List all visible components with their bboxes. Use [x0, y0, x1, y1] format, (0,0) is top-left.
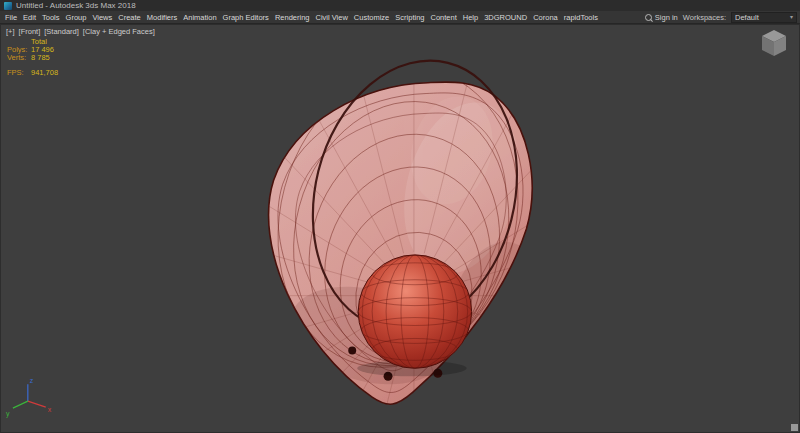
menu-corona[interactable]: Corona	[530, 13, 561, 22]
workspaces-value: Default	[735, 13, 759, 22]
titlebar: Untitled - Autodesk 3ds Max 2018	[0, 0, 800, 11]
stats-verts-label: Verts:	[7, 54, 31, 62]
viewport-label: [+] [Front] [Standard] [Clay + Edged Fac…	[6, 27, 155, 36]
workspaces-select[interactable]: Default ▾	[731, 12, 797, 23]
viewport-canvas[interactable]: z x y	[1, 25, 799, 432]
stats-fps-row: FPS: 941,708	[7, 69, 58, 77]
menu-file[interactable]: File	[2, 13, 20, 22]
viewport-menu-point-of-view[interactable]: [Front]	[19, 27, 41, 36]
sign-in-label: Sign in	[655, 13, 678, 22]
menu-content[interactable]: Content	[427, 13, 459, 22]
viewport[interactable]: z x y [+] [Front] [Standard] [Clay + Edg…	[0, 24, 800, 433]
viewport-menu-shading[interactable]: [Clay + Edged Faces]	[83, 27, 155, 36]
sign-in-button[interactable]: Sign in	[645, 13, 678, 22]
axis-z-label: z	[30, 377, 34, 384]
menubar-right: Sign in Workspaces: Default ▾	[645, 11, 797, 23]
viewport-resize-handle[interactable]	[791, 424, 798, 431]
menu-customize[interactable]: Customize	[351, 13, 392, 22]
window-title: Untitled - Autodesk 3ds Max 2018	[16, 1, 136, 10]
menu-views[interactable]: Views	[89, 13, 115, 22]
menu-animation[interactable]: Animation	[180, 13, 219, 22]
axis-y-label: y	[6, 410, 10, 418]
menu-edit[interactable]: Edit	[20, 13, 39, 22]
menu-3dground[interactable]: 3DGROUND	[481, 13, 530, 22]
menu-help[interactable]: Help	[460, 13, 481, 22]
search-icon	[645, 14, 652, 21]
menu-rendering[interactable]: Rendering	[272, 13, 313, 22]
menu-graph-editors[interactable]: Graph Editors	[220, 13, 272, 22]
menu-group[interactable]: Group	[63, 13, 90, 22]
viewport-menu-general[interactable]: [+]	[6, 27, 15, 36]
workspaces-label: Workspaces:	[683, 13, 726, 22]
menu-tools[interactable]: Tools	[39, 13, 63, 22]
axis-x-label: x	[48, 406, 52, 413]
3dsmax-window: Untitled - Autodesk 3ds Max 2018 File Ed…	[0, 0, 800, 433]
app-icon	[4, 2, 12, 10]
viewcube[interactable]	[762, 30, 786, 56]
stats-verts-value: 8 785	[31, 54, 50, 62]
stats-fps-label: FPS:	[7, 69, 31, 77]
stats-fps-value: 941,708	[31, 69, 58, 77]
menu-civil-view[interactable]: Civil View	[312, 13, 350, 22]
chevron-down-icon: ▾	[790, 14, 793, 20]
stats-verts-row: Verts: 8 785	[7, 54, 58, 62]
menu-create[interactable]: Create	[115, 13, 144, 22]
menu-modifiers[interactable]: Modifiers	[144, 13, 180, 22]
stats-overlay: Total Polys: 17 496 Verts: 8 785 FPS: 94…	[7, 38, 58, 77]
viewport-menu-render-preset[interactable]: [Standard]	[44, 27, 79, 36]
world-axis-gizmo: z x y	[6, 377, 52, 418]
menu-rapidtools[interactable]: rapidTools	[561, 13, 601, 22]
menubar: File Edit Tools Group Views Create Modif…	[0, 11, 800, 24]
menu-scripting[interactable]: Scripting	[392, 13, 427, 22]
